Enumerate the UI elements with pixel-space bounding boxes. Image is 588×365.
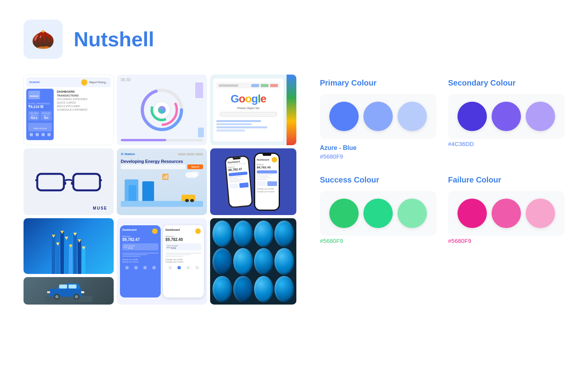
secondary-colour-swatches: [448, 94, 564, 139]
energy-cell: ⊙ Station Developing Energy Resources Se…: [117, 148, 207, 215]
glasses-svg: [35, 166, 102, 197]
svg-rect-4: [37, 174, 64, 190]
primary-colour-label: Primary Colour: [320, 78, 436, 88]
secondary-color-2: [492, 102, 521, 131]
success-colour-swatches: [320, 191, 436, 236]
palette-row-success-failure: Success Colour #5680F9 Failure Colour #5…: [320, 175, 564, 244]
svg-point-9: [71, 182, 73, 185]
logo-box: 🌰: [24, 20, 63, 59]
logo-icon: 🌰: [31, 28, 55, 50]
failure-color-2: [492, 199, 521, 228]
failure-color-1: [457, 199, 487, 228]
app-title: Nutshell: [74, 27, 154, 51]
success-color-1: [329, 199, 359, 228]
success-color-2: [363, 199, 393, 228]
primary-colour-group: Primary Colour Azure - Blue #5680F9: [320, 78, 436, 160]
palette-row-primary-secondary: Primary Colour Azure - Blue #5680F9 Seco…: [320, 78, 564, 160]
svg-rect-5: [73, 174, 100, 190]
dashboard-cell: Dashboard Balance $9,782.47 Card number …: [117, 218, 207, 305]
svg-point-8: [64, 182, 66, 185]
success-colour-hex: #5680F9: [320, 237, 436, 244]
secondary-color-3: [526, 102, 555, 131]
svg-rect-12: [59, 285, 67, 288]
pencils-car-cell: [24, 218, 114, 305]
palette-section: Primary Colour Azure - Blue #5680F9 Seco…: [320, 75, 564, 305]
primary-color-2: [363, 102, 393, 131]
failure-colour-swatches: [448, 191, 564, 236]
svg-rect-18: [81, 291, 84, 293]
secondary-color-1: [457, 102, 487, 131]
primary-color-1: [329, 102, 359, 131]
wheel-cell: 06:30: [117, 75, 207, 145]
success-color-3: [397, 199, 427, 228]
secondary-colour-label: Secondary Colour: [448, 78, 564, 88]
success-colour-group: Success Colour #5680F9: [320, 175, 436, 244]
car-svg: [45, 280, 92, 302]
secondary-colour-group: Secondary Colour #4C36DD: [448, 78, 564, 160]
secondary-colour-hex: #4C36DD: [448, 141, 564, 147]
main-content: NUMAR Mayuri Reorg... NUMAR TOTAL SPENDI…: [24, 75, 564, 305]
eggs-cell: [210, 218, 296, 305]
success-colour-label: Success Colour: [320, 175, 436, 184]
primary-colour-name: Azure - Blue: [320, 144, 436, 151]
failure-color-3: [526, 199, 555, 228]
primary-colour-swatches: [320, 94, 436, 139]
svg-point-17: [75, 295, 78, 298]
svg-rect-10: [45, 296, 92, 302]
phones-cell: Dashboard Balance $9,782.47: [210, 148, 296, 215]
svg-rect-13: [69, 285, 76, 288]
failure-colour-group: Failure Colour #5680F9: [448, 175, 564, 244]
svg-point-15: [55, 295, 58, 298]
svg-rect-19: [47, 291, 50, 293]
finance-app-cell: NUMAR Mayuri Reorg... NUMAR TOTAL SPENDI…: [24, 75, 114, 145]
failure-colour-hex: #5680F9: [448, 237, 564, 244]
google-cell: Google Photos Object Set: [210, 75, 296, 145]
image-grid: NUMAR Mayuri Reorg... NUMAR TOTAL SPENDI…: [24, 75, 296, 305]
glasses-cell: MUSE: [24, 148, 114, 215]
failure-colour-label: Failure Colour: [448, 175, 564, 184]
primary-colour-hex: #5680F9: [320, 153, 436, 160]
primary-color-3: [397, 102, 427, 131]
header: 🌰 Nutshell: [24, 20, 564, 59]
